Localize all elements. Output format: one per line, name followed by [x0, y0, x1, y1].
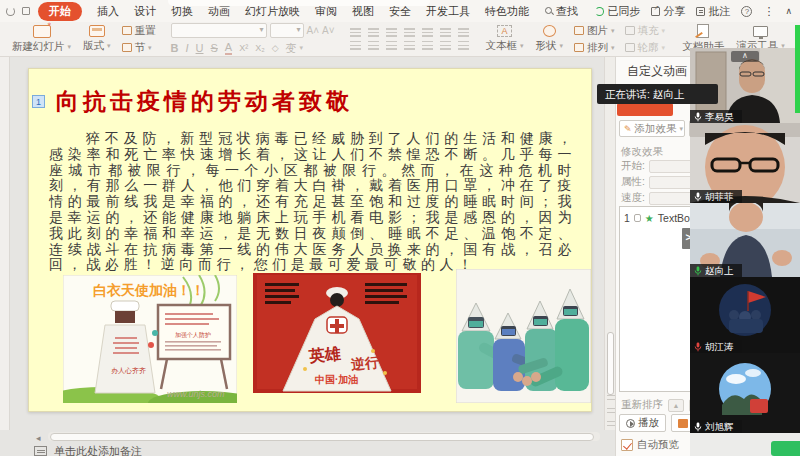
prev-slide-icon[interactable] [607, 395, 615, 402]
vertical-scrollbar-thumb[interactable] [607, 332, 614, 395]
slide-body-text[interactable]: 猝不及防，新型冠状病毒已经威胁到了人们的生活和健康，感染率和死亡率快速增长着，这… [49, 131, 576, 273]
text-effect-button[interactable]: 变▾ [286, 41, 304, 56]
poster1-watermark: www.unjs.com [167, 389, 225, 399]
slide-canvas[interactable]: 1 向抗击疫情的劳动者致敬 猝不及防，新型冠状病毒已经威胁到了人们的生活和健康，… [28, 68, 592, 412]
horizontal-scrollbar-thumb[interactable] [50, 433, 594, 441]
video-tile-3[interactable]: 赵向上 [690, 203, 800, 277]
vertical-scrollbar[interactable] [604, 57, 615, 430]
auto-preview-checkbox[interactable] [621, 439, 633, 451]
new-slide-icon [33, 25, 51, 38]
tab-insert[interactable]: 插入 [97, 4, 119, 19]
poster1-nurse-drawing[interactable]: 白衣天使加油！！ 办人心齐齐 加强个人防护 www.u [63, 275, 237, 403]
notes-bar[interactable]: 单击此处添加备注 [10, 442, 604, 456]
superscript-button[interactable]: X² [239, 43, 248, 53]
increase-indent-icon[interactable] [404, 28, 415, 37]
subscript-button[interactable]: X₂ [255, 43, 265, 53]
tab-devtools[interactable]: 开发工具 [426, 4, 470, 19]
line-spacing-icon[interactable] [422, 28, 433, 37]
start-label: 开始: [621, 159, 645, 173]
video-tile-2[interactable]: 胡菲菲 [690, 123, 800, 203]
animation-order-badge[interactable]: 1 [32, 95, 45, 108]
participant-name: 李易昊 [705, 110, 734, 123]
tab-home[interactable]: 开始 [38, 2, 82, 21]
slide-thumbnail-strip[interactable] [0, 57, 10, 430]
layout-button[interactable]: 版式▾ [77, 22, 117, 56]
poster2-hero-drawing[interactable]: 英雄 逆行 中国·加油 [253, 273, 421, 393]
poster2-slogan: 中国·加油 [315, 374, 358, 385]
align-left-icon[interactable] [350, 41, 361, 50]
arrange-icon [574, 43, 584, 52]
arrange-button[interactable]: 排列▾ [574, 41, 615, 55]
video-tile-5[interactable]: 刘旭辉 [690, 353, 800, 433]
shapes-button[interactable]: 形状▾ [530, 22, 570, 56]
section-button[interactable]: 节▾ [122, 41, 156, 55]
numbering-icon[interactable] [368, 28, 379, 37]
new-slide-button[interactable]: 新建幻灯片▾ [6, 22, 77, 56]
layout-label: 版式 [83, 39, 104, 53]
document-tab[interactable] [168, 0, 430, 6]
clear-format-button[interactable]: ◇ [272, 43, 279, 53]
align-right-icon[interactable] [386, 41, 397, 50]
italic-button[interactable]: I [185, 42, 188, 54]
fill-button[interactable]: 填充▾ [625, 24, 666, 38]
ribbon-toolbar: 贴▾ 新建幻灯片▾ 版式▾ 重置 节▾ A˄ A˅ B I U [0, 22, 800, 57]
participant-name: 胡菲菲 [705, 190, 734, 203]
shapes-label: 形状 [536, 39, 557, 53]
menu-find-label: 查找 [556, 4, 578, 19]
text-box-button[interactable]: A 文本框▾ [480, 22, 530, 56]
font-size-combo[interactable] [270, 23, 304, 38]
speaking-toast: 正在讲话: 赵向上 [597, 84, 718, 104]
font-family-combo[interactable] [171, 23, 267, 38]
share-button[interactable]: 分享 [651, 4, 685, 19]
menu-find-button[interactable]: 查找 [545, 4, 578, 19]
text-direction-icon[interactable] [440, 28, 451, 37]
video-tile-4[interactable]: 胡江涛 [690, 277, 800, 353]
next-slide-icon[interactable] [607, 421, 615, 428]
quick-access-toolbar [0, 7, 38, 16]
titlebar-right: 已同步 分享 批注 ? ⋮ ∧ [595, 4, 800, 19]
justify-icon[interactable] [404, 41, 415, 50]
animation-panel-title[interactable]: 自定义动画 ▾ [627, 63, 694, 80]
picture-button[interactable]: 图片▾ [574, 24, 615, 38]
strikethrough-button[interactable]: S [211, 42, 218, 54]
comment-icon [696, 7, 705, 16]
auto-preview-row: 自动预览 [621, 438, 679, 452]
align-center-icon[interactable] [368, 41, 379, 50]
more-icon[interactable]: ⋮ [763, 5, 774, 18]
play-button[interactable]: 播放 [619, 414, 666, 432]
bold-button[interactable]: B [171, 42, 179, 54]
arrange-label: 排列 [587, 41, 608, 55]
bullets-icon[interactable] [350, 28, 361, 37]
horizontal-scrollbar[interactable] [48, 432, 600, 441]
scroll-menu-icon[interactable] [607, 408, 615, 415]
undo-icon[interactable] [6, 7, 15, 16]
font-color-button[interactable]: A [225, 41, 232, 55]
align-bottom-icon[interactable] [458, 41, 469, 50]
decrease-indent-icon[interactable] [386, 28, 397, 37]
add-effect-button[interactable]: ✎ 添加效果 ▾ [619, 120, 685, 137]
align-top-icon[interactable] [440, 41, 451, 50]
comment-button[interactable]: 批注 [696, 4, 730, 19]
underline-button[interactable]: U [196, 42, 204, 54]
meeting-action-button[interactable] [771, 441, 800, 456]
fill-label: 填充 [638, 24, 659, 38]
paragraph-group [345, 22, 474, 56]
collapse-ribbon-icon[interactable]: ∧ [785, 6, 792, 16]
sidebar-collapse-button[interactable]: ∧ [731, 51, 759, 62]
add-effect-icon: ✎ [624, 124, 632, 134]
decrease-font-icon[interactable]: A˅ [322, 25, 335, 36]
reorder-up-button[interactable]: ▲ [668, 399, 684, 412]
sync-status[interactable]: 已同步 [595, 4, 640, 19]
tab-features[interactable]: 特色功能 [485, 4, 529, 19]
increase-font-icon[interactable]: A˄ [307, 25, 320, 36]
poster3-medics-drawing[interactable] [456, 269, 591, 403]
distribute-icon[interactable] [422, 41, 433, 50]
columns-icon[interactable] [458, 28, 469, 37]
text-box-icon: A [497, 25, 512, 37]
save-icon[interactable] [22, 7, 30, 15]
reset-button[interactable]: 重置 [122, 24, 156, 38]
tab-design[interactable]: 设计 [134, 4, 156, 19]
slide-title[interactable]: 向抗击疫情的劳动者致敬 [56, 86, 353, 117]
outline-button[interactable]: 轮廓▾ [625, 41, 666, 55]
help-icon[interactable]: ? [741, 6, 752, 17]
